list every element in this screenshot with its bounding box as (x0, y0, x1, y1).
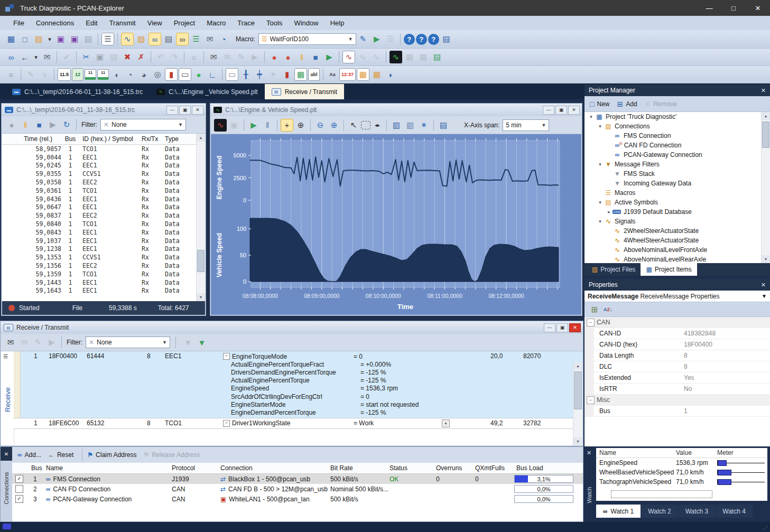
trace-row[interactable]: 59,14431EEC1RxData (2, 278, 205, 287)
properties-object-selector[interactable]: ReceiveMessage ReceiveMessage Properties… (585, 291, 770, 302)
stop-icon[interactable]: ■ (309, 51, 322, 63)
trace-add-icon[interactable]: ▤ (431, 51, 443, 63)
scope-icon[interactable]: ∟ (206, 68, 219, 81)
plot-close-button[interactable]: ✕ (568, 106, 580, 115)
trace-row[interactable]: 59,10371EEC1RxData (2, 237, 205, 245)
scroll-up-icon[interactable]: ▲ (573, 362, 582, 370)
window-trace-icon[interactable]: ∿ (121, 33, 134, 45)
new-file-icon[interactable]: □ (18, 33, 31, 45)
scroll-thumb[interactable] (762, 122, 769, 148)
tree-expander-icon[interactable]: ▾ (597, 124, 604, 129)
maximize-button[interactable]: □ (721, 0, 746, 16)
menu-file[interactable]: File (7, 19, 30, 27)
tab-watch-2[interactable]: Watch 2 (641, 505, 679, 518)
filter-add-icon[interactable]: ▼ (196, 336, 208, 349)
window-macros-icon[interactable]: ☰ (190, 33, 202, 45)
delete-file-icon[interactable]: ✗ (135, 51, 147, 63)
macro-combobox[interactable]: ☰WaitForID100▼ (258, 33, 356, 45)
cut-icon[interactable]: ✂ (80, 51, 92, 63)
window-info-icon[interactable]: ▤ (440, 33, 453, 45)
menu-macro[interactable]: Macro (201, 19, 231, 27)
column-header[interactable]: Overruns (436, 463, 462, 473)
tree-item[interactable]: ▾▨Connections (585, 122, 770, 131)
column-header[interactable]: Meter (717, 449, 734, 456)
column-header[interactable]: Name (46, 463, 63, 473)
plot-info-icon[interactable]: ▤ (437, 119, 450, 132)
watch-new-entry[interactable] (611, 490, 712, 498)
document-tab[interactable]: ∿C:\...\Engine _Vehicle Speed.plt (150, 84, 265, 99)
new-message-icon[interactable]: ✉ (4, 336, 17, 349)
property-category-row[interactable]: −Misc (585, 395, 770, 406)
disconnect-caret-icon[interactable]: ▾ (32, 51, 40, 63)
column-header[interactable]: ID (hex.) / Symbol (79, 135, 142, 143)
tab-watch-4[interactable]: Watch 4 (716, 505, 753, 518)
numeric-display-icon[interactable]: 11.5 (58, 68, 71, 81)
flash-icon[interactable]: ϟ (38, 68, 51, 81)
watch-row[interactable]: EngineSpeed1536,3 rpm (596, 458, 767, 468)
measure-cursors-icon[interactable]: ◂▸ (372, 119, 383, 132)
receive-maximize-button[interactable]: ▣ (556, 323, 568, 332)
trace-scrollbar[interactable]: ▲ ▼ (196, 134, 205, 301)
trace-row[interactable]: 59,12381EEC1RxData (2, 245, 205, 254)
lcd-display-icon[interactable]: 12 (72, 68, 84, 81)
trace-row[interactable]: 59,08401TCO1RxData (2, 220, 205, 228)
menu-help[interactable]: Help (324, 19, 350, 27)
play-icon[interactable]: ▶ (323, 51, 336, 63)
column-header[interactable]: Type (165, 135, 189, 143)
trace-play-icon[interactable]: ▶ (47, 118, 59, 131)
print-icon[interactable]: ▤ (82, 33, 95, 45)
project-tree-scrollbar[interactable]: ▲ ▼ (761, 112, 770, 263)
help-icon[interactable]: ? (404, 34, 415, 45)
led-icon[interactable]: ● (192, 68, 205, 81)
run-macro-icon[interactable]: ▶ (370, 33, 383, 45)
plot-dark-icon[interactable]: ∿ (389, 51, 402, 63)
trace-row[interactable]: 59,16431EEC1RxData (2, 287, 205, 295)
tree-item[interactable]: ▾▦Project 'Truck Diagnostic' (585, 112, 770, 122)
trace-row[interactable]: 59,08371EEC2RxData (2, 211, 205, 220)
property-row[interactable]: Data Length8 (585, 350, 770, 361)
zoom-in-icon[interactable]: ⊕ (328, 119, 340, 132)
menu-tools[interactable]: Tools (261, 19, 288, 27)
tree-expander-icon[interactable]: ▾ (588, 114, 595, 119)
pause-send-icon[interactable]: ▶ (248, 51, 261, 63)
menu-edit[interactable]: Edit (80, 19, 103, 27)
scroll-thumb[interactable] (574, 371, 582, 409)
save-icon[interactable]: ▣ (54, 33, 67, 45)
select-region-icon[interactable] (361, 121, 370, 129)
plot-pause-icon[interactable]: ‖ (261, 119, 274, 132)
edit-message-icon[interactable]: ✉ (221, 51, 234, 63)
plot-save-icon[interactable]: ▣ (228, 119, 240, 132)
tree-item[interactable]: ▼FMS Stack (585, 169, 770, 179)
scroll-thumb[interactable] (197, 250, 205, 272)
window-message-icon[interactable]: ✉ (203, 33, 216, 45)
claim-address-button[interactable]: ⚑Claim Address (86, 451, 141, 459)
paste-icon[interactable]: ▤ (107, 51, 120, 63)
trace-row[interactable]: 59,08431EEC1RxData (2, 228, 205, 237)
scroll-down-icon[interactable]: ▼ (573, 437, 582, 445)
trace-row[interactable]: 59,13591TCO1RxData (2, 270, 205, 278)
save-all-icon[interactable]: ▣ (68, 33, 81, 45)
collapse-icon[interactable]: − (587, 396, 595, 404)
collapse-icon[interactable]: − (587, 319, 595, 326)
tree-expander-icon[interactable]: ▾ (597, 200, 604, 205)
tree-expander-icon[interactable]: ▾ (597, 162, 604, 167)
add-button[interactable]: ⊞Add (615, 99, 641, 109)
connection-row[interactable]: ✓3∞PCAN-Gateway ConnectionCAN▣WhiteLAN1 … (12, 494, 583, 504)
trace-row[interactable]: 59,00441EEC1RxData (2, 153, 205, 162)
column-header[interactable]: QXmtFulls (475, 463, 505, 473)
trace-restart-icon[interactable]: ↻ (60, 118, 73, 131)
document-tab[interactable]: ▬C:\...\_temp\2016-06-01_11-38-16_515.tr… (5, 84, 150, 99)
tab-watch-1[interactable]: ∞Watch 1 (596, 505, 641, 518)
resize-grip[interactable]: ⋰ (763, 525, 768, 530)
tree-item[interactable]: ∿AboveNominalLevelRearAxle (585, 255, 770, 263)
watch-row[interactable]: TachographVehicleSpeed71,0 km/h (596, 477, 767, 487)
trace-row[interactable]: 59,13561EEC2RxData (2, 262, 205, 270)
spin-up-icon[interactable]: ▲ (442, 419, 450, 427)
trace-close-button[interactable]: ✕ (192, 106, 203, 115)
scroll-down-icon[interactable]: ▼ (762, 255, 770, 263)
plot-new-icon[interactable]: ∿ (342, 51, 355, 63)
tree-item[interactable]: ∞FMS Connection (585, 131, 770, 141)
tree-expander-icon[interactable]: ▸ (606, 209, 613, 214)
tree-item[interactable]: ▾▤Active Symbols (585, 198, 770, 207)
property-row[interactable]: IsRTRNo (585, 384, 770, 395)
